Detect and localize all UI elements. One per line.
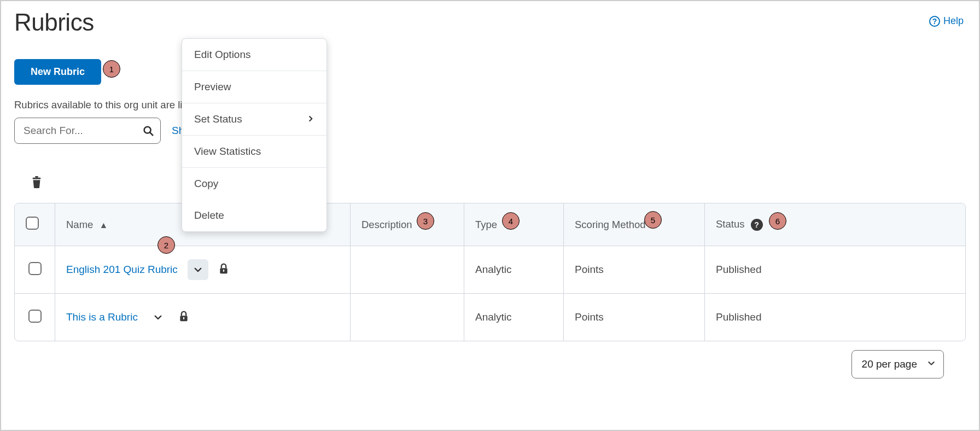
column-type-label: Type [475, 219, 497, 230]
callout-2: 2 [158, 236, 175, 254]
svg-line-1 [150, 132, 153, 135]
column-scoring-method-header[interactable]: Scoring Method [564, 203, 705, 246]
rubric-actions-button[interactable] [148, 307, 168, 328]
callout-4: 4 [502, 212, 520, 230]
org-unit-subtext: Rubrics available to this org unit are l… [14, 99, 966, 111]
column-description-label: Description [361, 219, 412, 230]
menu-view-statistics-label: View Statistics [194, 145, 261, 158]
rubric-context-menu: Edit Options Preview Set Status View Sta… [182, 38, 327, 232]
menu-set-status-label: Set Status [194, 113, 242, 125]
row-checkbox[interactable] [28, 262, 42, 275]
menu-preview-label: Preview [194, 81, 231, 93]
chevron-right-icon [307, 113, 314, 125]
rubric-actions-button[interactable] [188, 259, 208, 280]
page-size-select[interactable]: 20 per page [851, 350, 944, 378]
rubric-method-cell: Points [564, 294, 705, 341]
column-status-header[interactable]: Status ? [705, 203, 965, 246]
menu-copy[interactable]: Copy [182, 168, 326, 200]
help-link[interactable]: ? Help [929, 15, 964, 27]
rubric-description-cell [351, 294, 464, 341]
callout-1: 1 [103, 60, 120, 78]
page-size-label: 20 per page [862, 358, 917, 370]
new-rubric-button[interactable]: New Rubric [14, 59, 101, 85]
page-title: Rubrics [14, 9, 94, 36]
menu-set-status[interactable]: Set Status [182, 103, 326, 136]
column-description-header[interactable]: Description [351, 203, 464, 246]
chevron-down-icon [927, 358, 936, 370]
callout-6: 6 [769, 212, 786, 230]
rubric-method-cell: Points [564, 246, 705, 294]
row-checkbox[interactable] [28, 310, 42, 323]
rubrics-table: Name ▲ Description Type Scoring Method S… [14, 203, 966, 341]
lock-icon [218, 263, 229, 277]
help-link-label: Help [943, 15, 964, 27]
delete-selected-button[interactable] [31, 176, 966, 191]
search-input[interactable] [14, 118, 161, 144]
select-all-header [15, 203, 55, 246]
column-name-label: Name [66, 219, 93, 230]
svg-rect-3 [35, 176, 38, 178]
rubric-name-link[interactable]: This is a Rubric [66, 311, 138, 323]
help-icon: ? [929, 16, 940, 27]
callout-5: 5 [644, 211, 662, 229]
column-scoring-method-label: Scoring Method [575, 219, 646, 230]
status-help-icon[interactable]: ? [751, 219, 763, 231]
menu-delete[interactable]: Delete [182, 200, 326, 231]
sort-asc-icon: ▲ [100, 220, 108, 230]
menu-copy-label: Copy [194, 178, 218, 190]
svg-rect-2 [33, 178, 41, 179]
rubric-type-cell: Analytic [464, 246, 564, 294]
rubric-type-cell: Analytic [464, 294, 564, 341]
column-status-label: Status [716, 218, 744, 230]
menu-edit-options[interactable]: Edit Options [182, 39, 326, 71]
rubric-status-cell: Published [705, 294, 965, 341]
table-row: This is a Rubric Analytic Points Publish… [15, 294, 965, 341]
rubric-description-cell [351, 246, 464, 294]
search-icon[interactable] [142, 125, 154, 137]
rubric-status-cell: Published [705, 246, 965, 294]
rubric-name-link[interactable]: English 201 Quiz Rubric [66, 264, 178, 276]
select-all-checkbox[interactable] [26, 217, 39, 230]
menu-edit-options-label: Edit Options [194, 49, 251, 61]
lock-icon [178, 310, 189, 325]
menu-view-statistics[interactable]: View Statistics [182, 136, 326, 168]
svg-rect-7 [183, 317, 184, 319]
table-row: English 201 Quiz Rubric Analytic Points … [15, 246, 965, 294]
menu-delete-label: Delete [194, 209, 224, 222]
menu-preview[interactable]: Preview [182, 71, 326, 103]
callout-3: 3 [417, 212, 434, 230]
svg-rect-5 [223, 269, 224, 271]
